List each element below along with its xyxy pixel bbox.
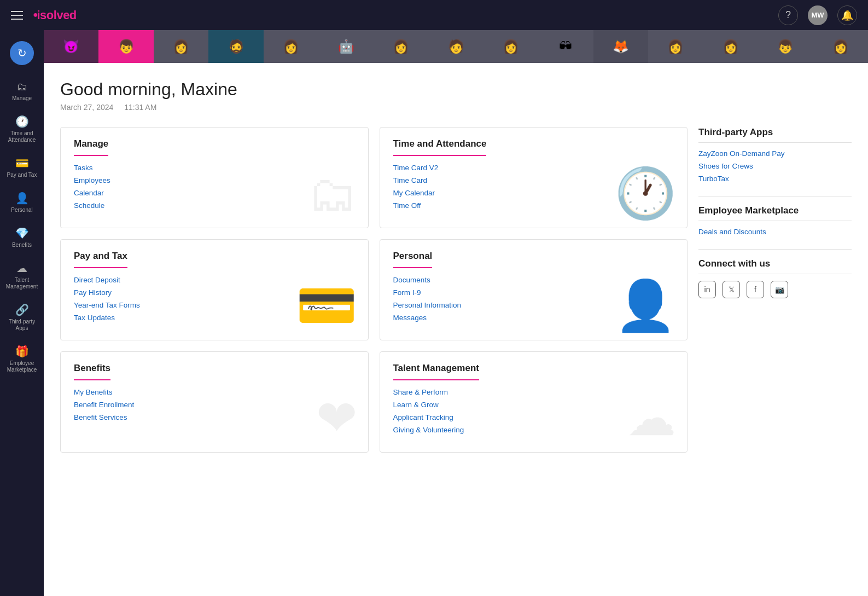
manage-card: Manage TasksEmployeesCalendarSchedule 🗂: [60, 127, 369, 228]
sidebar-item-personal[interactable]: 👤Personal: [0, 185, 44, 220]
personal-link-documents[interactable]: Documents: [393, 276, 674, 284]
facebook-icon[interactable]: f: [747, 281, 764, 298]
banner-photo-2: 👩: [154, 30, 208, 63]
pay-tax-card-title: Pay and Tax: [74, 251, 127, 268]
instagram-icon[interactable]: 📷: [771, 281, 788, 298]
manage-link-calendar[interactable]: Calendar: [74, 189, 355, 197]
banner-photo-0: 😈: [44, 30, 98, 63]
pay-tax-link-direct-deposit[interactable]: Direct Deposit: [74, 276, 355, 284]
date-time-display: March 27, 2024 11:31 AM: [60, 103, 852, 112]
help-button[interactable]: ?: [778, 5, 798, 25]
time-attendance-link-time-off[interactable]: Time Off: [393, 201, 674, 210]
third-party-link-turbotax[interactable]: TurboTax: [698, 175, 852, 183]
pay-tax-link-pay-history[interactable]: Pay History: [74, 288, 355, 297]
banner-photo-3: 🧔: [208, 30, 263, 63]
date-display: March 27, 2024: [60, 103, 113, 112]
time-attendance-link-my-calendar[interactable]: My Calendar: [393, 189, 674, 197]
manage-link-schedule[interactable]: Schedule: [74, 201, 355, 210]
x-twitter-icon[interactable]: 𝕏: [723, 281, 740, 298]
personal-icon: 👤: [15, 192, 29, 205]
sidebar-item-label: Employee Marketplace: [3, 360, 40, 373]
greeting-heading: Good morning, Maxine: [60, 79, 852, 100]
sidebar-item-label: Personal: [11, 207, 32, 213]
sidebar-item-time-attendance[interactable]: 🕐Time and Attendance: [0, 108, 44, 150]
employee-marketplace-title: Employee Marketplace: [698, 205, 852, 221]
personal-link-form-i-9[interactable]: Form I-9: [393, 288, 674, 297]
banner-photo-9: 🕶: [538, 30, 593, 63]
talent-management-icon: ☁: [16, 262, 27, 275]
sidebar-item-label: Talent Management: [3, 277, 40, 290]
personal-link-personal-information[interactable]: Personal Information: [393, 301, 674, 309]
benefits-icon: 💎: [15, 227, 29, 240]
left-sidebar: ↻ 🗂Manage🕐Time and Attendance💳Pay and Ta…: [0, 30, 44, 596]
talent-management-link-giving-&-volunteering[interactable]: Giving & Volunteering: [393, 426, 674, 434]
sidebar-item-third-party-apps[interactable]: 🔗Third-party Apps: [0, 297, 44, 338]
time-attendance-icon: 🕐: [15, 115, 29, 128]
connect-title: Connect with us: [698, 258, 852, 274]
marketplace-link-deals-and-discounts[interactable]: Deals and Discounts: [698, 228, 852, 236]
pay-tax-card: Pay and Tax Direct DepositPay HistoryYea…: [60, 239, 369, 340]
talent-management-card: Talent Management Share & PerformLearn &…: [380, 351, 688, 453]
banner-photo-10: 🦊: [593, 30, 648, 63]
hamburger-menu[interactable]: [11, 11, 23, 20]
pay-tax-link-tax-updates[interactable]: Tax Updates: [74, 314, 355, 322]
manage-link-tasks[interactable]: Tasks: [74, 164, 355, 172]
connect-section: Connect with us in𝕏f📷: [698, 258, 852, 298]
sidebar-item-benefits[interactable]: 💎Benefits: [0, 220, 44, 255]
personal-link-messages[interactable]: Messages: [393, 314, 674, 322]
third-party-apps-icon: 🔗: [15, 303, 29, 316]
banner-photo-8: 👩: [483, 30, 538, 63]
third-party-link-zayzoon-on-demand-pay[interactable]: ZayZoon On-Demand Pay: [698, 149, 852, 158]
sidebar-item-manage[interactable]: 🗂Manage: [0, 74, 44, 108]
manage-link-employees[interactable]: Employees: [74, 176, 355, 184]
refresh-button[interactable]: ↻: [10, 41, 34, 65]
banner-photo-13: 👦: [758, 30, 813, 63]
social-icons: in𝕏f📷: [698, 281, 852, 298]
talent-management-card-title: Talent Management: [393, 363, 479, 380]
banner-photo-12: 👩: [703, 30, 758, 63]
top-navigation: ⦁isolved ? MW 🔔: [0, 0, 868, 30]
sidebar-item-talent-management[interactable]: ☁Talent Management: [0, 255, 44, 297]
employee-marketplace-section: Employee Marketplace Deals and Discounts: [698, 205, 852, 236]
sidebar-item-label: Time and Attendance: [3, 130, 40, 143]
banner-photo-7: 🧑: [428, 30, 483, 63]
talent-management-link-share-&-perform[interactable]: Share & Perform: [393, 388, 674, 396]
personal-card: Personal DocumentsForm I-9Personal Infor…: [380, 239, 688, 340]
third-party-link-shoes-for-crews[interactable]: Shoes for Crews: [698, 162, 852, 170]
personal-card-title: Personal: [393, 251, 433, 268]
pay-tax-link-year-end-tax-forms[interactable]: Year-end Tax Forms: [74, 301, 355, 309]
sidebar-item-label: Third-party Apps: [3, 319, 40, 332]
benefits-link-benefit-enrollment[interactable]: Benefit Enrollment: [74, 401, 355, 409]
benefits-link-my-benefits[interactable]: My Benefits: [74, 388, 355, 396]
talent-management-link-learn-&-grow[interactable]: Learn & Grow: [393, 401, 674, 409]
sidebar-item-label: Pay and Tax: [7, 172, 37, 178]
benefits-link-benefit-services[interactable]: Benefit Services: [74, 413, 355, 421]
sidebar-item-label: Manage: [12, 95, 32, 102]
banner-photo-5: 🤖: [318, 30, 373, 63]
benefits-card: Benefits My BenefitsBenefit EnrollmentBe…: [60, 351, 369, 453]
time-attendance-link-time-card-v2[interactable]: Time Card V2: [393, 164, 674, 172]
time-attendance-link-time-card[interactable]: Time Card: [393, 176, 674, 184]
user-avatar[interactable]: MW: [808, 5, 828, 25]
main-content: Good morning, Maxine March 27, 2024 11:3…: [44, 63, 868, 596]
third-party-section: Third-party Apps ZayZoon On-Demand PaySh…: [698, 127, 852, 183]
banner-photo-1: 👦: [98, 30, 153, 63]
banner-photo-11: 👩: [648, 30, 703, 63]
right-sidebar-panel: Third-party Apps ZayZoon On-Demand PaySh…: [698, 127, 852, 464]
banner-photo-6: 👩: [374, 30, 428, 63]
profile-banner: 😈👦👩🧔👩🤖👩🧑👩🕶🦊👩👩👦👩: [44, 30, 868, 63]
time-attendance-card: Time and Attendance Time Card V2Time Car…: [380, 127, 688, 228]
banner-photo-4: 👩: [264, 30, 318, 63]
sidebar-item-label: Benefits: [12, 242, 32, 248]
dashboard-grid: Manage TasksEmployeesCalendarSchedule 🗂 …: [60, 127, 852, 464]
benefits-card-title: Benefits: [74, 363, 110, 380]
notifications-button[interactable]: 🔔: [837, 5, 857, 25]
linkedin-icon[interactable]: in: [698, 281, 716, 298]
sidebar-item-employee-marketplace[interactable]: 🎁Employee Marketplace: [0, 338, 44, 380]
pay-tax-icon: 💳: [15, 157, 29, 170]
talent-management-link-applicant-tracking[interactable]: Applicant Tracking: [393, 413, 674, 421]
sidebar-item-pay-tax[interactable]: 💳Pay and Tax: [0, 150, 44, 185]
manage-card-title: Manage: [74, 138, 108, 156]
third-party-title: Third-party Apps: [698, 127, 852, 143]
time-display: 11:31 AM: [124, 103, 156, 112]
